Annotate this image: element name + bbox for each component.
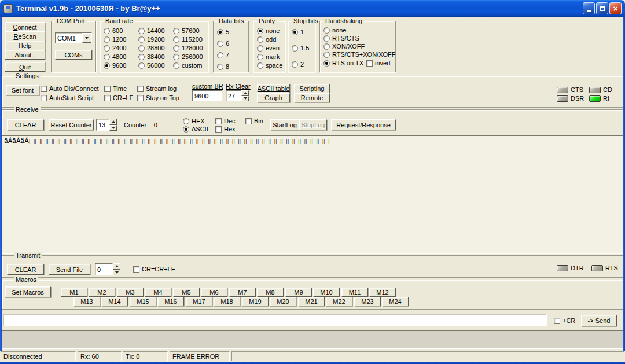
com-port-dropdown-button[interactable] <box>82 33 91 43</box>
radio-baud-2400[interactable]: 2400 <box>104 45 126 52</box>
startlog-button[interactable]: StartLog <box>270 119 299 130</box>
quit-button[interactable]: Quit <box>5 62 45 72</box>
custom-br-input[interactable] <box>192 90 222 101</box>
radio-parity-mark[interactable]: mark <box>257 53 280 60</box>
radio-baud-1200[interactable]: 1200 <box>104 36 126 43</box>
radio-baud-600[interactable]: 600 <box>104 27 123 34</box>
checkbox-stream-log[interactable]: Stream log <box>137 85 177 92</box>
macro-button-m21[interactable]: M21 <box>298 297 325 306</box>
macro-button-m14[interactable]: M14 <box>101 297 128 306</box>
graph-button[interactable]: Graph <box>257 93 290 102</box>
radio-parity-even[interactable]: even <box>257 45 280 52</box>
radio-ascii[interactable]: ASCII <box>183 126 208 133</box>
radio-stopbits-2[interactable]: 2 <box>292 61 304 68</box>
radio-databits-7[interactable]: 7 <box>217 52 229 58</box>
scripting-button[interactable]: Scripting <box>294 84 330 93</box>
receive-spinner-value[interactable] <box>97 119 109 130</box>
radio-databits-8[interactable]: 8 <box>217 63 229 70</box>
connect-button[interactable]: Connect <box>5 22 45 32</box>
macro-button-m4[interactable]: M4 <box>145 288 171 297</box>
spin-down-button[interactable] <box>109 125 117 131</box>
macro-button-m5[interactable]: M5 <box>173 288 200 297</box>
checkbox-plus-cr[interactable]: +CR <box>554 317 575 324</box>
macro-button-m6[interactable]: M6 <box>201 288 227 297</box>
rx-clear-value[interactable] <box>226 91 241 101</box>
macro-button-m22[interactable]: M22 <box>326 297 352 306</box>
rx-clear-label[interactable]: Rx Clear <box>226 83 251 90</box>
radio-baud-custom[interactable]: custom <box>173 62 202 69</box>
macro-button-m12[interactable]: M12 <box>369 288 396 297</box>
titlebar[interactable]: Terminal v1.9b - 20100630Я - by Br@y++ × <box>0 0 625 17</box>
macro-button-m9[interactable]: M9 <box>285 288 312 297</box>
transmit-spinner-value[interactable] <box>95 264 112 275</box>
rx-clear-spinner[interactable] <box>226 90 249 101</box>
transmit-spinner[interactable] <box>95 263 120 275</box>
set-macros-button[interactable]: Set Macros <box>5 286 51 297</box>
checkbox-bin[interactable]: Bin <box>245 117 263 124</box>
radio-hs-xon-xoff[interactable]: XON/XOFF <box>323 43 365 50</box>
macro-button-m23[interactable]: M23 <box>354 297 381 306</box>
ascii-table-button[interactable]: ASCII table <box>257 84 290 93</box>
spin-up-button[interactable] <box>109 119 117 125</box>
spin-up-button[interactable] <box>113 263 120 270</box>
macro-button-m24[interactable]: M24 <box>382 297 409 306</box>
radio-stopbits-1-5[interactable]: 1.5 <box>292 45 309 52</box>
spin-down-button[interactable] <box>113 270 120 276</box>
send-input[interactable] <box>3 314 547 326</box>
checkbox-invert[interactable]: invert <box>366 60 391 67</box>
radio-baud-19200[interactable]: 19200 <box>138 36 165 43</box>
radio-baud-9600[interactable]: 9600 <box>104 62 126 69</box>
radio-baud-256000[interactable]: 256000 <box>173 53 203 60</box>
radio-baud-115200[interactable]: 115200 <box>173 36 203 43</box>
radio-baud-57600[interactable]: 57600 <box>173 27 200 34</box>
radio-baud-128000[interactable]: 128000 <box>173 45 203 52</box>
checkbox-autostart-script[interactable]: AutoStart Script <box>41 94 94 101</box>
radio-parity-odd[interactable]: odd <box>257 36 276 43</box>
receive-display[interactable]: äÁäÁäÁ□□□□□□□□□□□□□□□□□□□□□□□□□□□□□□□□□□… <box>2 135 623 253</box>
macro-button-m3[interactable]: M3 <box>117 288 144 297</box>
macro-button-m7[interactable]: M7 <box>229 288 256 297</box>
macro-button-m8[interactable]: M8 <box>257 288 284 297</box>
radio-hs-rts-cts[interactable]: RTS/CTS <box>323 35 359 42</box>
set-font-button[interactable]: Set font <box>6 85 39 95</box>
macro-button-m20[interactable]: M20 <box>270 297 296 306</box>
radio-hs-rts-on-tx[interactable]: RTS on TX <box>323 60 363 67</box>
radio-baud-56000[interactable]: 56000 <box>138 62 165 69</box>
macro-button-m10[interactable]: M10 <box>313 288 340 297</box>
checkbox-cr-cr-lf[interactable]: CR=CR+LF <box>133 266 175 273</box>
macro-button-m15[interactable]: M15 <box>130 297 156 306</box>
close-button[interactable]: × <box>609 2 622 14</box>
radio-baud-38400[interactable]: 38400 <box>138 53 165 60</box>
request-response-button[interactable]: Request/Response <box>331 119 396 130</box>
transmit-clear-button[interactable]: CLEAR <box>7 264 44 275</box>
radio-databits-6[interactable]: 6 <box>217 40 229 47</box>
radio-baud-14400[interactable]: 14400 <box>138 27 165 34</box>
minimize-button[interactable] <box>583 2 595 14</box>
checkbox-hex[interactable]: Hex <box>215 126 236 133</box>
checkbox-stay-on-top[interactable]: Stay on Top <box>137 94 179 101</box>
remote-button[interactable]: Remote <box>294 93 330 102</box>
help-button[interactable]: Help <box>5 41 45 50</box>
radio-hs-none[interactable]: none <box>323 27 346 34</box>
reset-counter-button[interactable]: Reset Counter <box>49 119 94 130</box>
macro-button-m13[interactable]: M13 <box>73 297 100 306</box>
rescan-button[interactable]: ReScan <box>5 31 45 41</box>
macro-button-m19[interactable]: M19 <box>242 297 269 306</box>
macro-button-m17[interactable]: M17 <box>186 297 212 306</box>
radio-baud-28800[interactable]: 28800 <box>138 45 165 52</box>
receive-clear-button[interactable]: CLEAR <box>7 119 44 130</box>
send-button[interactable]: -> Send <box>581 315 617 326</box>
macro-button-m2[interactable]: M2 <box>89 288 115 297</box>
about-button[interactable]: About.. <box>5 50 45 60</box>
radio-parity-space[interactable]: space <box>257 62 282 69</box>
coms-button[interactable]: COMs <box>55 50 92 60</box>
radio-hex[interactable]: HEX <box>183 117 205 124</box>
macro-button-m16[interactable]: M16 <box>157 297 184 306</box>
com-port-select[interactable]: COM1 <box>55 32 92 43</box>
checkbox-time[interactable]: Time <box>104 85 127 92</box>
transmit-display[interactable] <box>2 330 623 349</box>
macro-button-m1[interactable]: M1 <box>61 288 87 297</box>
receive-spinner[interactable] <box>96 119 117 131</box>
checkbox-auto-disconnect[interactable]: Auto Dis/Connect <box>41 85 99 92</box>
radio-stopbits-1[interactable]: 1 <box>292 28 304 35</box>
